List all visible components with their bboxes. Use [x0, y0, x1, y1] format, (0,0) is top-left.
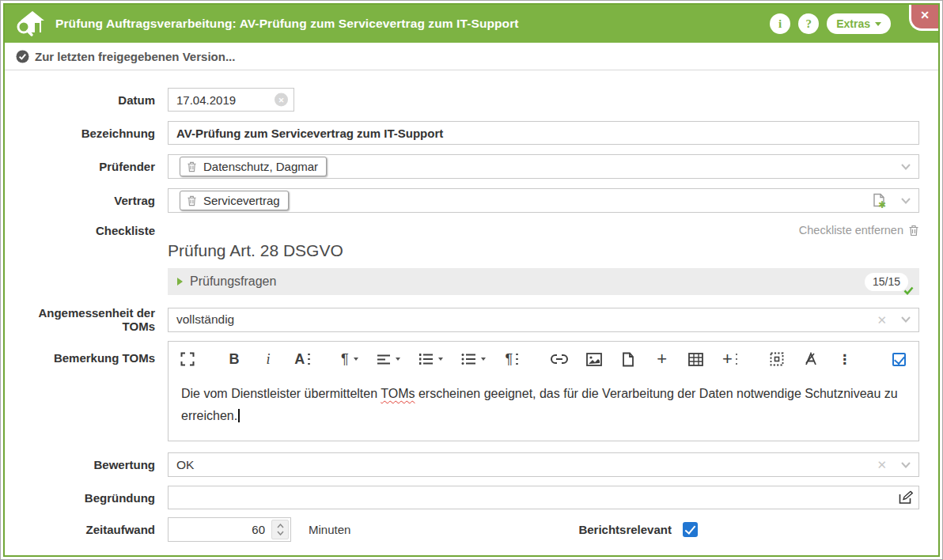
file-icon[interactable]: [620, 350, 636, 368]
chevron-down-icon[interactable]: [901, 462, 911, 468]
bezeichnung-label: Bezeichnung: [5, 127, 168, 140]
unordered-list-icon[interactable]: [461, 350, 486, 368]
page-title: Prüfung Auftragsverarbeitung: AV-Prüfung…: [55, 17, 770, 31]
pruefender-token-label: Datenschutz, Dagmar: [203, 160, 318, 173]
berichtsrelevant-checkbox[interactable]: [683, 522, 698, 537]
pruefender-select[interactable]: Datenschutz, Dagmar: [168, 154, 919, 179]
close-button[interactable]: ✕: [909, 5, 938, 31]
help-button[interactable]: ?: [798, 13, 819, 34]
bezeichnung-input[interactable]: [168, 121, 919, 145]
chevron-down-icon: [875, 22, 881, 26]
audit-home-icon: [16, 10, 46, 37]
editor-text-area[interactable]: Die vom Dienstleister übermittelten TOMs…: [169, 375, 918, 441]
bemerkung-label: Bemerkung TOMs: [5, 341, 168, 365]
select-all-icon[interactable]: [769, 350, 785, 368]
chevron-down-icon[interactable]: [901, 316, 911, 323]
row-bemerkung: Bemerkung TOMs B i A ¶: [5, 341, 919, 441]
clear-date-icon[interactable]: ✕: [275, 93, 288, 107]
editor-toolbar: B i A ¶: [169, 342, 918, 375]
bold-icon[interactable]: B: [226, 350, 242, 368]
paragraph-icon[interactable]: ¶: [341, 350, 358, 368]
header-bar: Prüfung Auftragsverarbeitung: AV-Prüfung…: [5, 5, 938, 43]
row-begruendung: Begründung: [5, 486, 919, 509]
editor-checkbox[interactable]: [892, 353, 906, 366]
bewertung-value: OK: [176, 458, 194, 472]
angemessenheit-select[interactable]: vollständig ✕: [168, 308, 919, 332]
extras-button[interactable]: Extras: [827, 13, 891, 34]
chevron-down-icon[interactable]: [901, 198, 911, 204]
vertrag-label: Vertrag: [5, 194, 168, 207]
vertrag-select[interactable]: Servicevertrag ✱: [168, 188, 919, 213]
more-options-icon[interactable]: ⋮: [837, 350, 853, 368]
angemessenheit-value: vollständig: [176, 312, 234, 327]
angemessenheit-label: Angemessenheit der TOMs: [5, 306, 168, 333]
expand-triangle-icon: [177, 278, 183, 286]
row-bezeichnung: Bezeichnung: [5, 121, 919, 145]
minuten-label: Minuten: [309, 523, 350, 536]
chevron-down-icon[interactable]: [901, 164, 911, 170]
checklist-title: Prüfung Art. 28 DSGVO: [168, 241, 919, 260]
pruefungsfragen-section[interactable]: Prüfungsfragen 15/15: [168, 268, 919, 295]
image-icon[interactable]: [586, 350, 602, 368]
bewertung-select[interactable]: OK ✕: [168, 452, 919, 477]
pruefender-label: Prüfender: [5, 160, 168, 173]
remove-checklist-link[interactable]: Checkliste entfernen: [168, 222, 919, 238]
pruefender-token[interactable]: Datenschutz, Dagmar: [180, 157, 327, 176]
row-angemessenheit: Angemessenheit der TOMs vollständig ✕: [5, 306, 919, 333]
new-document-icon[interactable]: ✱: [872, 193, 887, 209]
text-cursor: [238, 409, 240, 422]
table-icon[interactable]: [688, 350, 704, 368]
misspelled-word: TOMs: [381, 387, 415, 400]
font-styles-icon[interactable]: A: [294, 350, 310, 368]
vertrag-token[interactable]: Servicevertrag: [180, 191, 289, 210]
checkliste-label: Checkliste: [5, 222, 168, 237]
italic-icon[interactable]: i: [260, 350, 276, 368]
bewertung-label: Bewertung: [5, 458, 168, 471]
row-checkliste: Checkliste Checkliste entfernen Prüfung …: [5, 222, 919, 295]
trash-icon: [187, 195, 197, 206]
bemerkung-text-before: Die vom Dienstleister übermittelten: [181, 387, 381, 400]
clear-icon[interactable]: ✕: [877, 459, 887, 471]
richtext-editor: B i A ¶: [168, 341, 919, 441]
extras-label: Extras: [836, 17, 870, 30]
progress-badge: 15/15: [865, 273, 908, 291]
berichtsrelevant-label: Berichtsrelevant: [578, 523, 672, 536]
spinner-up-icon[interactable]: [277, 524, 284, 528]
check-circle-icon: [16, 50, 29, 63]
row-pruefender: Prüfender Datenschutz, Dagmar: [5, 154, 919, 179]
form-content: Datum ✕ Bezeichnung Prüfender: [5, 70, 938, 542]
svg-text:✱: ✱: [878, 199, 886, 209]
trash-icon: [908, 225, 919, 236]
version-link-label: Zur letzten freigegebenen Version...: [35, 50, 235, 63]
fullscreen-icon[interactable]: [180, 350, 195, 368]
clear-icon[interactable]: ✕: [877, 314, 887, 326]
vertrag-token-label: Servicevertrag: [203, 194, 280, 207]
check-icon: [903, 286, 914, 295]
begruendung-label: Begründung: [5, 491, 168, 505]
align-icon[interactable]: [377, 350, 400, 368]
plus-icon[interactable]: +: [654, 350, 670, 368]
ordered-list-icon[interactable]: [418, 350, 443, 368]
row-bewertung: Bewertung OK ✕: [5, 452, 919, 477]
info-button[interactable]: i: [770, 13, 790, 34]
section-label: Prüfungsfragen: [190, 274, 865, 289]
spinner-down-icon[interactable]: [277, 531, 284, 535]
paragraph-style-icon[interactable]: ¶: [504, 350, 520, 368]
number-spinner[interactable]: [271, 520, 289, 539]
clear-format-icon[interactable]: [803, 350, 819, 368]
subheader-bar: Zur letzten freigegebenen Version...: [5, 43, 938, 70]
link-icon[interactable]: [551, 350, 568, 368]
table-add-icon[interactable]: +: [722, 350, 738, 368]
datum-label: Datum: [5, 93, 168, 107]
header-actions: i ? Extras: [770, 13, 891, 34]
trash-icon: [187, 161, 197, 172]
dialog-window: Prüfung Auftragsverarbeitung: AV-Prüfung…: [3, 3, 940, 557]
last-approved-version-link[interactable]: Zur letzten freigegebenen Version...: [16, 50, 235, 63]
window-frame: Prüfung Auftragsverarbeitung: AV-Prüfung…: [0, 0, 943, 560]
row-vertrag: Vertrag Servicevertrag ✱: [5, 188, 919, 213]
zeitaufwand-label: Zeitaufwand: [5, 523, 168, 536]
row-datum: Datum ✕: [5, 88, 919, 112]
row-zeitaufwand: Zeitaufwand Minuten Berichtsrelevant: [5, 517, 919, 542]
edit-icon[interactable]: [899, 491, 913, 505]
begruendung-input[interactable]: [168, 486, 919, 509]
